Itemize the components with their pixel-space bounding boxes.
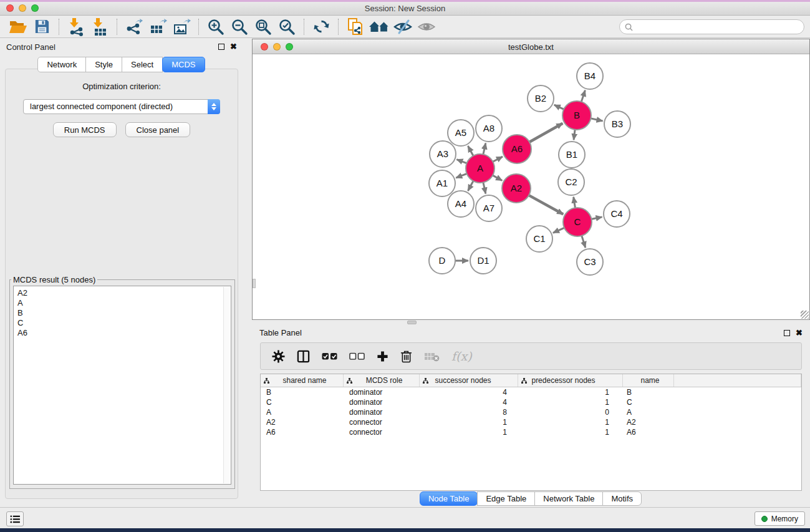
float-panel-icon[interactable] [218,44,224,50]
run-mcds-button[interactable]: Run MCDS [53,122,117,137]
close-panel-button[interactable]: Close panel [125,122,191,137]
table-cell[interactable]: 1 [518,388,623,397]
select-all-columns-button[interactable] [322,352,337,360]
table-cell[interactable]: 4 [420,398,518,407]
table-cell[interactable]: 1 [518,428,623,437]
mcds-result-item[interactable]: C [17,318,227,328]
table-cell[interactable]: 1 [518,418,623,427]
table-cell[interactable]: C [261,398,344,407]
export-table-button[interactable] [146,17,170,37]
network-canvas[interactable]: B4B2BB3A8A5A6A3B1AA1C2A2A4A7C4CC1C3DD1 [253,54,809,319]
table-cell[interactable]: A6 [623,428,674,437]
graph-edge-A6-B[interactable] [529,123,562,142]
column-header-successor-nodes[interactable]: successor nodes [420,374,518,387]
graph-edge-A-A5[interactable] [468,146,473,157]
close-panel-icon[interactable]: ✖ [230,44,237,50]
graph-edge-A-A2[interactable] [492,175,502,181]
graph-edge-C-C2[interactable] [574,197,576,209]
column-header-predecessor-nodes[interactable]: predecessor nodes [518,374,623,387]
graph-edge-B-B4[interactable] [581,90,585,102]
table-cell[interactable]: B [261,388,344,397]
table-row[interactable]: A6connector11A6 [261,427,801,437]
mcds-result-item[interactable]: A2 [17,288,227,298]
table-cell[interactable]: 1 [420,428,518,437]
mcds-result-item[interactable]: B [17,308,227,318]
graph-edge-C-C4[interactable] [591,217,602,220]
zoom-out-button[interactable] [228,17,251,37]
search-box[interactable] [619,19,804,34]
graph-edge-C-C3[interactable] [582,235,586,248]
tab-mcds[interactable]: MCDS [162,57,205,72]
table-row[interactable]: Bdominator41B [261,387,801,397]
show-column-panel-button[interactable] [297,350,310,363]
deselect-all-columns-button[interactable] [349,352,365,360]
graph-edge-A-A6[interactable] [492,157,503,162]
column-header-name[interactable]: name [623,374,674,387]
table-cell[interactable]: A2 [623,418,674,427]
create-column-button[interactable] [377,351,388,362]
table-cell[interactable]: dominator [344,398,420,407]
tab-select[interactable]: Select [122,57,163,72]
tab-style[interactable]: Style [85,57,122,72]
show-panels-menu-button[interactable] [6,511,24,526]
table-cell[interactable]: dominator [344,408,420,417]
graph-edge-A-A7[interactable] [483,181,486,193]
table-settings-button[interactable] [272,350,285,363]
mcds-result-item[interactable]: A6 [17,328,227,338]
table-cell[interactable]: 0 [518,408,623,417]
table-cell[interactable]: A2 [261,418,344,427]
table-cell[interactable]: A6 [261,428,344,437]
zoom-selected-button[interactable] [275,17,299,37]
graph-edge-A-A1[interactable] [456,173,467,178]
table-cell[interactable]: 1 [420,418,518,427]
table-cell[interactable]: B [623,388,674,397]
graph-edge-B-B3[interactable] [591,118,603,121]
import-table-button[interactable] [88,17,112,37]
table-cell[interactable]: A [623,408,674,417]
tab-node-table[interactable]: Node Table [420,491,478,506]
hide-selected-button[interactable] [391,17,415,37]
table-cell[interactable]: dominator [344,388,420,397]
graph-edge-A-A3[interactable] [456,160,467,164]
tab-network-table[interactable]: Network Table [534,491,603,506]
delete-column-button[interactable] [400,350,412,363]
network-window-titlebar[interactable]: testGlobe.txt [253,39,809,54]
graph-edge-C-C1[interactable] [553,228,565,233]
mcds-result-item[interactable]: A [17,298,227,308]
tab-network[interactable]: Network [37,57,86,72]
table-cell[interactable]: C [623,398,674,407]
table-row[interactable]: Adominator80A [261,407,801,417]
export-image-button[interactable] [170,17,193,37]
memory-button[interactable]: Memory [755,511,805,526]
tab-motifs[interactable]: Motifs [602,491,642,506]
canvas-scrollbar-nub[interactable] [253,279,256,288]
search-input[interactable] [633,21,804,33]
mcds-result-list[interactable]: A2ABCA6 [13,286,231,485]
column-header-shared-name[interactable]: shared name [261,374,344,387]
window-resize-grip[interactable] [801,311,809,319]
graph-edge-A2-C[interactable] [528,195,563,215]
table-cell[interactable]: 1 [518,398,623,407]
table-cell[interactable]: connector [344,418,420,427]
new-network-from-selection-button[interactable] [344,17,367,37]
column-header-MCDS-role[interactable]: MCDS role [344,374,420,387]
zoom-in-button[interactable] [204,17,228,37]
table-row[interactable]: Cdominator41C [261,397,801,407]
first-neighbors-button[interactable] [367,17,391,37]
tab-edge-table[interactable]: Edge Table [477,491,535,506]
close-table-panel-icon[interactable]: ✖ [796,330,803,336]
table-cell[interactable]: 8 [420,408,518,417]
graph-edge-B-B1[interactable] [574,129,575,140]
save-session-button[interactable] [30,17,54,37]
table-cell[interactable]: A [261,408,344,417]
apply-layout-button[interactable] [309,17,333,37]
export-network-button[interactable] [122,17,146,37]
import-network-button[interactable] [64,17,88,37]
graph-edge-A-A8[interactable] [483,143,486,155]
table-row[interactable]: A2connector11A2 [261,417,801,427]
show-all-button[interactable] [415,17,438,37]
open-session-button[interactable] [6,17,30,37]
graph-edge-A-A4[interactable] [468,180,473,191]
node-table[interactable]: shared nameMCDS rolesuccessor nodesprede… [260,374,802,491]
table-cell[interactable]: connector [344,428,420,437]
